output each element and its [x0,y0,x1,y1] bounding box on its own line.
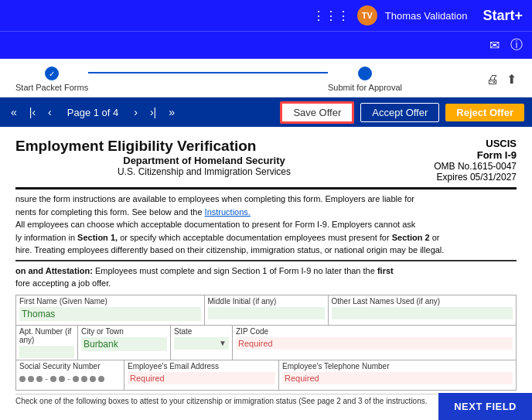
instructions-line4: ly information in [15,233,75,242]
progress-icons: 🖨 ⬆ [486,72,517,87]
uscis-title: USCIS [486,138,517,149]
first-name-label: First Name (Given Name) [19,297,201,306]
toolbar: « |‹ ‹ Page 1 of 4 › ›| » Save Offer Acc… [0,97,532,127]
next-field-button[interactable]: NEXT FIELD [438,393,532,420]
nav-last-button[interactable]: ›| [147,104,159,120]
expires: Expires 05/31/2027 [393,172,517,183]
nav-next-button[interactable]: › [131,104,141,120]
state-value[interactable]: ▼ [174,337,229,350]
ssn-dot-7 [81,376,87,382]
share-icon[interactable]: ⬆ [506,72,517,87]
email-value[interactable]: Required [128,372,275,384]
phone-cell: Employee's Telephone Number Required [279,360,516,390]
apt-number-cell: Apt. Number (if any) [16,326,78,360]
nav-first-button[interactable]: « [8,104,20,120]
email-icon[interactable]: ✉ [489,38,500,53]
middle-initial-cell: Middle Initial (if any) [205,295,329,325]
progress-bar-area: ✓ Start Packet Forms Submit for Approval… [0,59,532,97]
state-dropdown-arrow: ▼ [219,339,227,347]
state-cell: State ▼ [171,326,233,360]
section2-label: Section 2 [392,233,430,242]
apt-value[interactable] [19,346,74,358]
attestation-text3: fore accepting a job offer. [15,278,111,288]
print-icon[interactable]: 🖨 [486,73,499,87]
email-label: Employee's Email Address [128,362,275,370]
avatar: TV [357,5,377,26]
username-label: Thomas Validation [385,10,468,22]
zip-label: ZIP Code [236,327,513,336]
step-2-label: Submit for Approval [328,83,402,92]
nav-back-button[interactable]: ‹ [45,104,55,120]
attestation-label: on and Attestation: [15,266,93,275]
document-main-title: Employment Eligibility Verification [15,138,393,155]
nav-end-button[interactable]: » [165,104,178,120]
zip-cell: ZIP Code Required [233,326,516,360]
document-attestation: on and Attestation: Employees must compl… [15,260,517,290]
ssn-dot-2 [28,376,34,382]
instructions-line6: or [432,233,440,242]
ssn-dot-5 [59,376,65,382]
uscis-block: USCIS Form I-9 OMB No.1615-0047 Expires … [393,138,517,183]
ssn-dot-4 [50,376,56,382]
progress-steps: ✓ Start Packet Forms Submit for Approval [15,67,402,92]
first-name-value[interactable]: Thomas [19,307,201,321]
secondary-navigation: ✉ ⓘ [0,31,532,59]
document-subtitle1: Department of Homeland Security [15,155,393,166]
progress-step-2: Submit for Approval [328,67,402,92]
form-row-name: First Name (Given Name) Thomas Middle In… [15,295,517,326]
form-row-address: Apt. Number (if any) City or Town Burban… [15,326,517,360]
ssn-dots: - - [19,374,121,384]
ssn-dot-1 [19,376,26,382]
city-cell: City or Town Burbank [78,326,171,360]
document-subtitle2: U.S. Citizenship and Immigration Service… [15,166,393,177]
start-button[interactable]: Start+ [483,8,523,24]
city-value[interactable]: Burbank [81,337,167,351]
document-instructions: nsure the form instructions are availabl… [15,193,517,257]
form-number: Form I-9 [477,149,517,161]
apt-label: Apt. Number (if any) [19,327,74,344]
other-last-name-label: Other Last Names Used (if any) [332,297,513,306]
top-navigation: ⋮⋮⋮ TV Thomas Validation Start+ [0,0,532,31]
ssn-dot-3 [36,376,43,382]
nav-prev-button[interactable]: |‹ [26,104,39,120]
attestation-bold: first [377,266,394,275]
ssn-dash-1: - [45,374,48,384]
ssn-dot-9 [98,376,104,382]
phone-value[interactable]: Required [282,372,513,384]
zip-value[interactable]: Required [236,337,513,350]
step-line [88,72,328,73]
step-1-label: Start Packet Forms [15,83,88,92]
document-header: Employment Eligibility Verification Depa… [15,138,517,183]
instructions-line7: hire. Treating employees differently bas… [15,245,444,254]
first-name-cell: First Name (Given Name) Thomas [16,295,205,325]
ssn-dot-8 [90,376,96,382]
step-1-circle: ✓ [45,67,59,80]
middle-initial-label: Middle Initial (if any) [208,297,325,306]
accept-offer-button[interactable]: Accept Offer [360,103,439,122]
page-info: Page 1 of 4 [67,107,119,118]
document-area: Employment Eligibility Verification Depa… [0,127,532,420]
attestation-text2: Employees must complete and sign Section… [95,266,375,275]
grid-icon[interactable]: ⋮⋮⋮ [312,9,350,23]
progress-step-1: ✓ Start Packet Forms [15,67,88,92]
form-row-contact: Social Security Number - - Employee's Em… [15,360,517,391]
ssn-cell: Social Security Number - - [16,360,124,390]
instructions-line3: All employees can choose which acceptabl… [15,220,415,229]
document-title-block: Employment Eligibility Verification Depa… [15,138,393,183]
omb-number: OMB No.1615-0047 [393,161,517,172]
reject-offer-button[interactable]: Reject Offer [445,104,524,121]
other-last-name-cell: Other Last Names Used (if any) [329,295,517,325]
save-offer-button[interactable]: Save Offer [280,101,354,124]
section1-label: Section 1, [77,233,118,242]
ssn-dash-2: - [67,374,70,384]
instructions-link[interactable]: Instructions. [205,207,251,217]
other-last-name-value[interactable] [332,307,513,319]
middle-initial-value[interactable] [208,307,325,319]
info-icon[interactable]: ⓘ [510,37,523,53]
ssn-dot-6 [73,376,79,382]
step-2-circle [358,67,372,80]
instructions-line2: nents for completing this form. See belo… [15,207,203,217]
phone-label: Employee's Telephone Number [282,362,513,370]
city-label: City or Town [81,327,167,336]
instructions-line1: nsure the form instructions are availabl… [15,194,414,203]
